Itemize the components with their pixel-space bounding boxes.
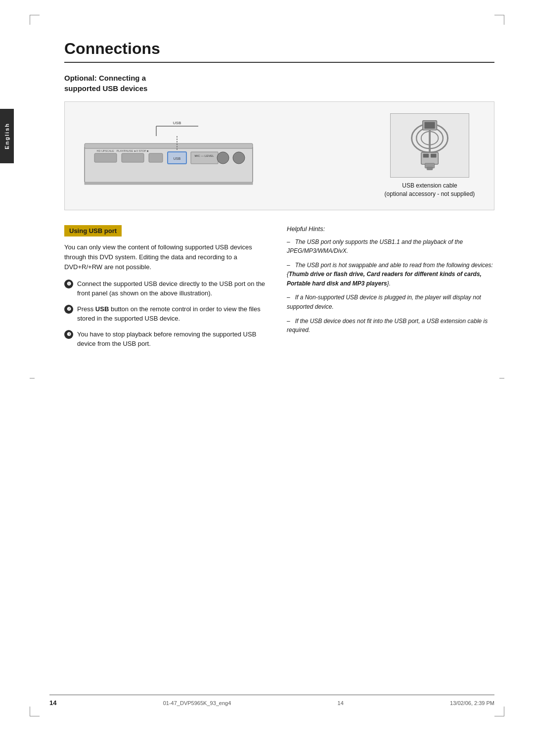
footer-page-num: 14 bbox=[338, 700, 344, 706]
page-title: Connections bbox=[64, 30, 494, 58]
side-mark-left bbox=[30, 378, 35, 378]
svg-rect-26 bbox=[431, 154, 437, 158]
svg-rect-7 bbox=[191, 152, 218, 164]
step-number-3: ❸ bbox=[64, 330, 73, 339]
english-tab: English bbox=[0, 109, 14, 163]
usb-cable-area: USB extension cable (optional accessory … bbox=[380, 113, 479, 198]
svg-rect-25 bbox=[423, 154, 429, 158]
page-container: English Connections Optional: Connecting… bbox=[0, 0, 534, 756]
usb-step-2: ❷ Press USB button on the remote control… bbox=[64, 304, 272, 324]
usb-port-intro: You can only view the content of followi… bbox=[64, 242, 272, 272]
step-number-2: ❷ bbox=[64, 305, 73, 314]
svg-rect-2 bbox=[94, 153, 117, 162]
svg-text:USB: USB bbox=[174, 157, 181, 160]
step-1-text: Connect the supported USB device directl… bbox=[77, 279, 272, 298]
helpful-hints-title: Helpful Hints: bbox=[287, 225, 494, 233]
step-number-1: ❶ bbox=[64, 280, 73, 288]
side-mark-right bbox=[499, 378, 504, 378]
english-tab-label: English bbox=[4, 123, 10, 149]
page-number: 14 bbox=[49, 699, 56, 707]
usb-steps-list: ❶ Connect the supported USB device direc… bbox=[64, 279, 272, 349]
usb-step-1: ❶ Connect the supported USB device direc… bbox=[64, 279, 272, 298]
left-column: Using USB port You can only view the con… bbox=[64, 225, 272, 355]
svg-point-9 bbox=[217, 152, 229, 164]
svg-rect-4 bbox=[149, 153, 163, 162]
svg-rect-13 bbox=[85, 182, 253, 185]
step-3-text: You have to stop playback before removin… bbox=[77, 330, 272, 349]
corner-mark-tr bbox=[494, 15, 504, 25]
corner-mark-bl bbox=[30, 707, 40, 716]
dvd-player-illustration: USB MIC — LEVEL HD UPSCALE PLAY/PAUSE ►I… bbox=[80, 116, 267, 195]
image-area: USB MIC — LEVEL HD UPSCALE PLAY/PAUSE ►I… bbox=[64, 101, 494, 210]
hint-2: – The USB port is hot swappable and able… bbox=[287, 261, 494, 288]
svg-text:PLAY/PAUSE ►II STOP ■: PLAY/PAUSE ►II STOP ■ bbox=[117, 149, 149, 152]
footer-date: 13/02/06, 2:39 PM bbox=[450, 700, 494, 706]
svg-rect-22 bbox=[424, 122, 435, 129]
right-column: Helpful Hints: – The USB port only suppo… bbox=[287, 225, 494, 355]
usb-step-3: ❸ You have to stop playback before remov… bbox=[64, 330, 272, 349]
content-columns: Using USB port You can only view the con… bbox=[64, 225, 494, 355]
title-underline bbox=[64, 62, 494, 63]
hint-4: – If the USB device does not fit into th… bbox=[287, 317, 494, 335]
svg-text:HD UPSCALE: HD UPSCALE bbox=[96, 149, 114, 152]
section-heading: Optional: Connecting a supported USB dev… bbox=[64, 73, 494, 94]
svg-point-10 bbox=[233, 152, 245, 164]
using-usb-port-heading: Using USB port bbox=[64, 225, 122, 236]
svg-text:USB: USB bbox=[173, 121, 181, 125]
usb-cable-caption: USB extension cable (optional accessory … bbox=[385, 182, 475, 198]
hint-3: – If a Non-supported USB device is plugg… bbox=[287, 293, 494, 311]
page-footer: 14 01-47_DVP5965K_93_eng4 14 13/02/06, 2… bbox=[49, 695, 494, 707]
svg-rect-28 bbox=[427, 167, 433, 170]
usb-cable-box bbox=[390, 113, 469, 178]
svg-rect-3 bbox=[122, 153, 144, 162]
hint-1: – The USB port only supports the USB1.1 … bbox=[287, 237, 494, 256]
corner-mark-br bbox=[494, 707, 504, 716]
footer-file: 01-47_DVP5965K_93_eng4 bbox=[163, 700, 231, 706]
corner-mark-tl bbox=[30, 15, 40, 25]
svg-text:MIC — LEVEL: MIC — LEVEL bbox=[194, 154, 214, 157]
step-2-text: Press USB button on the remote control i… bbox=[77, 304, 272, 324]
svg-rect-1 bbox=[85, 143, 253, 148]
